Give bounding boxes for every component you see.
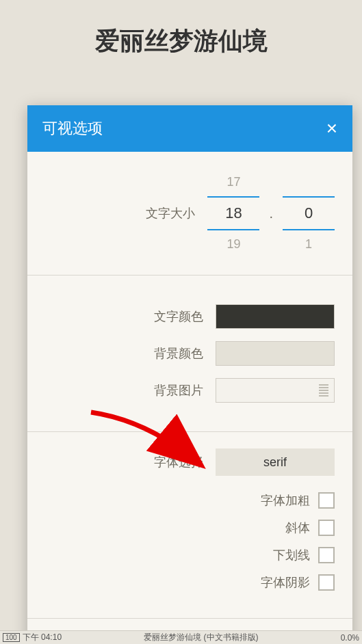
modal-header: 可视选项 × xyxy=(27,105,352,152)
wheel-opt: 19 xyxy=(207,230,259,258)
wheel-selected: 18 xyxy=(207,196,259,230)
checkbox-icon[interactable] xyxy=(318,520,335,536)
battery-icon: 100 xyxy=(3,633,20,642)
font-underline-row[interactable]: 下划线 xyxy=(45,547,335,563)
status-bar: 100 下午 04:10 爱丽丝梦游仙境 (中文书籍排版) 0.0% xyxy=(0,630,362,644)
bg-color-swatch[interactable] xyxy=(216,341,335,366)
bg-image-label: 背景图片 xyxy=(154,382,203,399)
text-color-swatch[interactable] xyxy=(216,304,335,329)
font-bold-row[interactable]: 字体加粗 xyxy=(45,492,335,509)
font-shadow-label: 字体阴影 xyxy=(261,574,310,591)
checkbox-icon[interactable] xyxy=(318,492,335,509)
colors-section: 文字颜色 背景颜色 背景图片 xyxy=(27,276,352,432)
checkbox-icon[interactable] xyxy=(318,547,335,563)
wheel-opt: 17 xyxy=(207,168,259,196)
text-size-label: 文字大小 xyxy=(146,205,195,222)
size-int-wheel[interactable]: 17 18 19 xyxy=(207,168,259,258)
font-section: 字体选择 serif 字体加粗 斜体 下划线 字体阴影 xyxy=(27,432,352,619)
status-book-title: 爱丽丝梦游仙境 (中文书籍排版) xyxy=(144,632,258,643)
text-size-picker[interactable]: 17 18 19 . 0 1 xyxy=(207,168,335,258)
modal-body: 文字大小 17 18 19 . 0 1 文 xyxy=(27,152,352,644)
font-italic-row[interactable]: 斜体 xyxy=(45,520,335,536)
font-underline-label: 下划线 xyxy=(273,547,310,563)
status-time: 下午 04:10 xyxy=(23,632,62,643)
bg-image-swatch[interactable] xyxy=(216,378,335,403)
size-frac-wheel[interactable]: 0 1 xyxy=(283,168,335,258)
text-size-section: 文字大小 17 18 19 . 0 1 xyxy=(27,152,352,276)
font-shadow-row[interactable]: 字体阴影 xyxy=(45,574,335,591)
wheel-selected: 0 xyxy=(283,196,335,230)
bg-color-label: 背景颜色 xyxy=(154,345,203,362)
page-title: 爱丽丝梦游仙境 xyxy=(0,0,362,85)
font-bold-label: 字体加粗 xyxy=(261,492,310,509)
font-options-list: 字体加粗 斜体 下划线 字体阴影 xyxy=(45,492,335,591)
visual-options-modal: 可视选项 × 文字大小 17 18 19 . 0 1 xyxy=(27,105,352,644)
font-select-label: 字体选择 xyxy=(154,454,203,470)
font-select[interactable]: serif xyxy=(216,448,335,476)
modal-title: 可视选项 xyxy=(42,118,103,139)
wheel-opt: 1 xyxy=(283,230,335,258)
wheel-opt xyxy=(283,168,335,196)
font-italic-label: 斜体 xyxy=(285,520,310,536)
decimal-separator: . xyxy=(269,206,273,222)
close-icon[interactable]: × xyxy=(326,118,337,139)
status-progress: 0.0% xyxy=(341,633,359,643)
checkbox-icon[interactable] xyxy=(318,574,335,591)
text-color-label: 文字颜色 xyxy=(154,308,203,325)
